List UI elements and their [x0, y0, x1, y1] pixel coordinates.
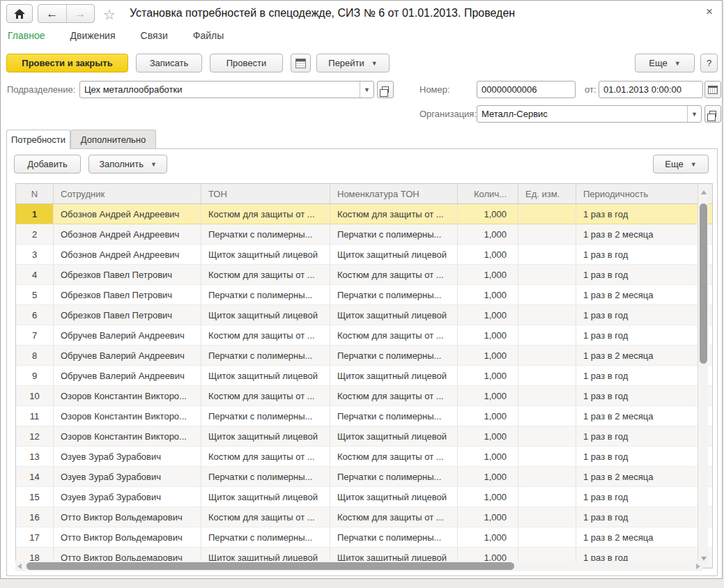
unit-cell [518, 366, 576, 386]
nomenclature-cell: Перчатки с полимерны... [330, 527, 458, 548]
help-button[interactable]: ? [700, 54, 718, 72]
back-button[interactable]: ← [38, 5, 66, 22]
unit-cell [518, 265, 576, 285]
needs-panel: Добавить Заполнить ▼ Еще ▼ N Сотрудник Т… [6, 148, 718, 576]
date-field[interactable]: 01.01.2013 0:00:00 [599, 81, 703, 98]
row-number-cell: 11 [16, 406, 54, 426]
periodicity-cell: 1 раз в год [576, 245, 712, 265]
row-number-cell: 12 [16, 426, 54, 447]
table-row[interactable]: 3Обознов Андрей АндреевичЩиток защитный … [16, 245, 712, 265]
organization-open-button[interactable] [704, 105, 721, 123]
fill-button[interactable]: Заполнить ▼ [88, 155, 167, 173]
chevron-down-icon[interactable]: ▼ [687, 106, 701, 122]
report-structure-button[interactable] [291, 54, 311, 72]
row-number-cell: 17 [16, 527, 54, 548]
table-row[interactable]: 10Озоров Константин Викторо...Костюм для… [16, 386, 712, 406]
quantity-cell: 1,000 [458, 406, 518, 426]
ton-cell: Щиток защитный лицевой [201, 487, 330, 507]
history-nav: ← → [38, 4, 95, 23]
quantity-cell: 1,000 [458, 447, 518, 467]
department-field[interactable]: Цех металлообработки ▼ [79, 81, 374, 98]
tab-additional[interactable]: Дополнительно [70, 130, 156, 148]
save-button[interactable]: Записать [136, 54, 202, 72]
employee-cell: Обрезков Павел Петрович [54, 285, 201, 305]
periodicity-cell: 1 раз в год [576, 447, 712, 467]
col-header-ton[interactable]: ТОН [201, 184, 330, 203]
table-row[interactable]: 12Озоров Константин Викторо...Щиток защи… [16, 426, 712, 447]
close-icon[interactable]: × [702, 5, 716, 19]
post-button[interactable]: Провести [210, 54, 283, 72]
col-header-n[interactable]: N [16, 184, 54, 203]
favorite-star-icon[interactable]: ☆ [103, 6, 116, 23]
unit-cell [518, 426, 576, 447]
menu-movements[interactable]: Движения [70, 30, 116, 41]
table-row[interactable]: 15Озуев Зураб ЗурабовичЩиток защитный ли… [16, 487, 712, 507]
nomenclature-cell: Щиток защитный лицевой [330, 487, 458, 507]
quantity-cell: 1,000 [458, 265, 518, 285]
date-calendar-button[interactable] [704, 81, 721, 98]
add-row-button[interactable]: Добавить [14, 155, 81, 173]
post-and-close-button[interactable]: Провести и закрыть [6, 54, 128, 72]
table-row[interactable]: 4Обрезков Павел ПетровичКостюм для защит… [16, 265, 712, 285]
table-row[interactable]: 5Обрезков Павел ПетровичПерчатки с полим… [16, 285, 712, 305]
scroll-left-icon[interactable] [17, 564, 22, 569]
table-row[interactable]: 13Озуев Зураб ЗурабовичКостюм для защиты… [16, 447, 712, 467]
table-row[interactable]: 7Обручев Валерий АндреевичКостюм для защ… [16, 325, 712, 346]
col-header-qty[interactable]: Колич... [458, 184, 518, 203]
employee-cell: Озоров Константин Викторо... [54, 426, 201, 447]
table-more-button[interactable]: Еще ▼ [653, 155, 709, 173]
col-header-period[interactable]: Периодичность [576, 184, 712, 203]
organization-field[interactable]: Металл-Сервис ▼ [477, 105, 702, 123]
unit-cell [518, 386, 576, 406]
department-open-button[interactable] [377, 81, 394, 98]
scroll-up-icon[interactable] [701, 190, 707, 194]
table-row[interactable]: 9Обручев Валерий АндреевичЩиток защитный… [16, 366, 712, 386]
col-header-nomenclature[interactable]: Номенклатура ТОН [330, 184, 458, 203]
table-row[interactable]: 1Обознов Андрей АндреевичКостюм для защи… [16, 204, 712, 224]
scroll-right-icon[interactable] [696, 564, 700, 569]
more-button[interactable]: Еще ▼ [635, 54, 695, 72]
nomenclature-cell: Перчатки с полимерны... [330, 406, 458, 426]
quantity-cell: 1,000 [458, 467, 518, 487]
organization-label: Организация: [419, 109, 477, 119]
employee-cell: Обручев Валерий Андреевич [54, 346, 201, 366]
table-row[interactable]: 16Отто Виктор ВольдемаровичКостюм для за… [16, 507, 712, 527]
periodicity-cell: 1 раз в год [576, 426, 712, 447]
forward-button[interactable]: → [66, 5, 95, 22]
spreadsheet-icon [295, 59, 306, 68]
periodicity-cell: 1 раз в год [576, 325, 712, 346]
vertical-scrollbar[interactable] [698, 184, 708, 567]
employee-cell: Отто Виктор Вольдемарович [54, 507, 201, 527]
employee-cell: Обрезков Павел Петрович [54, 265, 201, 285]
table-row[interactable]: 11Озоров Константин Викторо...Перчатки с… [16, 406, 712, 426]
table-row[interactable]: 17Отто Виктор ВольдемаровичПерчатки с по… [16, 527, 712, 548]
home-button[interactable] [6, 4, 33, 23]
menu-main[interactable]: Главное [8, 30, 45, 41]
command-toolbar: Провести и закрыть Записать Провести Пер… [1, 54, 722, 75]
quantity-cell: 1,000 [458, 285, 518, 305]
unit-cell [518, 507, 576, 527]
table-row[interactable]: 8Обручев Валерий АндреевичПерчатки с пол… [16, 346, 712, 366]
horizontal-scroll-thumb[interactable] [26, 562, 514, 570]
number-field[interactable]: 00000000006 [477, 81, 576, 98]
col-header-unit[interactable]: Ед. изм. [518, 184, 576, 203]
table-row[interactable]: 14Озуев Зураб ЗурабовичПерчатки с полиме… [16, 467, 712, 487]
menu-links[interactable]: Связи [141, 30, 168, 41]
tab-needs[interactable]: Потребности [6, 130, 70, 149]
forward-icon: → [75, 7, 86, 21]
row-number-cell: 16 [16, 507, 54, 527]
ton-cell: Костюм для защиты от ... [201, 265, 330, 285]
table-row[interactable]: 2Обознов Андрей АндреевичПерчатки с поли… [16, 224, 712, 245]
horizontal-scrollbar[interactable] [15, 561, 702, 571]
ton-cell: Перчатки с полимерны... [201, 346, 330, 366]
employee-cell: Озуев Зураб Зурабович [54, 487, 201, 507]
vertical-scroll-thumb[interactable] [700, 203, 707, 364]
col-header-employee[interactable]: Сотрудник [54, 184, 201, 203]
goto-button[interactable]: Перейти ▼ [316, 54, 390, 72]
organization-value: Металл-Сервис [477, 106, 687, 122]
menu-files[interactable]: Файлы [193, 30, 224, 41]
document-window: ← → ☆ Установка потребностей в спецодежд… [0, 0, 723, 579]
table-row[interactable]: 6Обрезков Павел ПетровичЩиток защитный л… [16, 305, 712, 325]
chevron-down-icon[interactable]: ▼ [360, 82, 373, 98]
ton-cell: Костюм для защиты от ... [201, 204, 330, 224]
